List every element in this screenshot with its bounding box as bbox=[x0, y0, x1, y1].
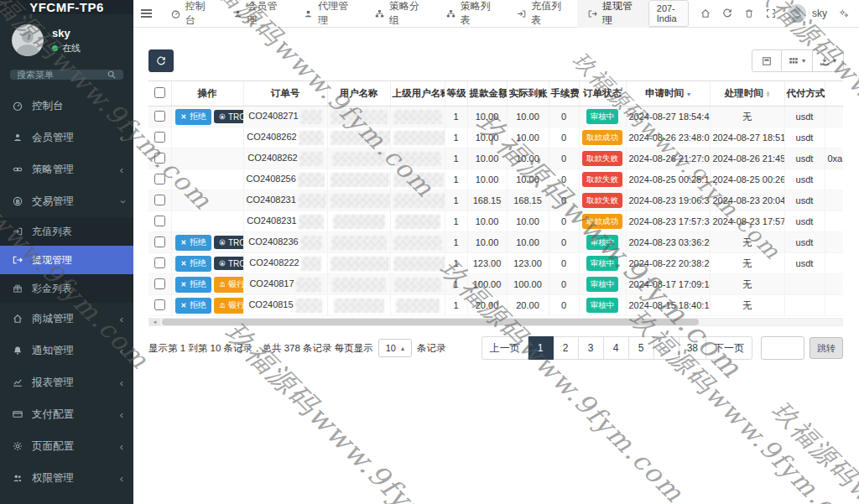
pay-method-cell: usdt bbox=[784, 148, 825, 169]
region-badge[interactable]: 207-India bbox=[648, 0, 689, 27]
table-row: 拒绝BTRC-20CO2408271110.0010.000审核中2024-08… bbox=[148, 107, 843, 127]
sidebar-item-策略管理[interactable]: 策略管理‹ bbox=[0, 153, 133, 185]
navbar-tab-label: 策略列表 bbox=[461, 0, 496, 28]
reject-button[interactable]: 拒绝 bbox=[175, 277, 211, 293]
column-header-处理时间[interactable]: 处理时间▴▾ bbox=[710, 81, 784, 107]
redacted-parent-username bbox=[393, 236, 442, 250]
page-button-1[interactable]: 1 bbox=[528, 336, 554, 360]
brand-logo[interactable]: YFCMF-TP6 bbox=[0, 0, 133, 14]
chevron-down-icon: ‹ bbox=[116, 200, 127, 203]
sidebar-item-彩金列表[interactable]: 彩金列表 bbox=[0, 274, 133, 303]
navbar-tab-代理管理[interactable]: 代理管理 bbox=[293, 0, 364, 28]
scroll-left-arrow[interactable]: ◂ bbox=[149, 319, 160, 325]
columns-dropdown-button[interactable]: ▾ bbox=[782, 49, 813, 72]
sidebar-item-系统管理[interactable]: 系统管理‹ bbox=[0, 494, 133, 504]
refresh-icon[interactable] bbox=[722, 8, 732, 18]
per-page-dropdown[interactable]: 10▴ bbox=[378, 339, 412, 357]
trash-icon[interactable] bbox=[744, 8, 754, 18]
scrollbar-thumb[interactable] bbox=[162, 319, 699, 325]
sidebar-item-label: 策略管理 bbox=[32, 163, 74, 177]
sidebar-item-控制台[interactable]: 控制台 bbox=[0, 90, 133, 122]
navbar-tab-会员管理[interactable]: 会员管理 bbox=[222, 0, 294, 28]
settings-cogs-icon[interactable] bbox=[839, 8, 849, 18]
withdraw-amount-cell: 123.00 bbox=[467, 253, 507, 274]
row-actions-cell bbox=[171, 148, 243, 169]
row-checkbox[interactable] bbox=[154, 257, 165, 268]
redacted-order-tail bbox=[300, 236, 322, 250]
column-header-申请时间[interactable]: 申请时间▾ bbox=[626, 81, 710, 107]
table-row: 拒绝银行CO240815120.0020.000审核中2024-08-15 18… bbox=[148, 295, 843, 316]
jump-button[interactable]: 跳转 bbox=[810, 337, 843, 359]
order-number: CO2408262 bbox=[247, 132, 296, 142]
pagination-info: 显示第 1 到第 10 条记录，总共 378 条记录 每页显示 10▴ 条记录 bbox=[148, 339, 446, 357]
reject-button[interactable]: 拒绝 bbox=[175, 256, 211, 272]
jump-page-input[interactable] bbox=[761, 336, 804, 360]
navbar-tab-策略分组[interactable]: 策略分组 bbox=[364, 0, 435, 28]
card-view-toggle-button[interactable] bbox=[752, 49, 782, 72]
sidebar-item-权限管理[interactable]: 权限管理‹ bbox=[0, 462, 133, 494]
actual-amount-cell: 10.00 bbox=[507, 107, 549, 127]
sidebar-item-提现管理[interactable]: 提现管理 bbox=[0, 246, 133, 274]
export-dropdown-button[interactable]: ▾ bbox=[813, 49, 844, 72]
prev-page-button[interactable]: 上一页 bbox=[482, 336, 528, 360]
row-checkbox[interactable] bbox=[154, 299, 165, 310]
trc-button[interactable]: BTRC-20 bbox=[214, 236, 243, 249]
select-all-checkbox[interactable] bbox=[154, 87, 165, 98]
withdraw-amount-cell: 20.00 bbox=[467, 295, 507, 316]
reject-button[interactable]: 拒绝 bbox=[175, 109, 211, 125]
navbar-tab-充值列表[interactable]: 充值列表 bbox=[506, 0, 577, 28]
order-number: CO2408231 bbox=[247, 216, 296, 226]
row-checkbox[interactable] bbox=[154, 153, 165, 164]
sidebar-item-商城管理[interactable]: 商城管理‹ bbox=[0, 303, 133, 335]
apply-time-cell: 2024-08-26 21:27:00 bbox=[626, 148, 710, 169]
row-checkbox[interactable] bbox=[154, 236, 165, 247]
page-button-2[interactable]: 2 bbox=[554, 336, 579, 360]
navbar-tab-策略列表[interactable]: 策略列表 bbox=[435, 0, 507, 28]
sidebar-item-会员管理[interactable]: 会员管理‹ bbox=[0, 122, 133, 153]
hamburger-menu-icon[interactable] bbox=[133, 0, 160, 28]
trc-button[interactable]: BTRC-20 bbox=[214, 110, 243, 123]
status-badge: 取款失败 bbox=[582, 172, 622, 187]
row-checkbox[interactable] bbox=[154, 195, 165, 205]
navbar-tab-提现管理[interactable]: 提现管理 bbox=[577, 0, 648, 28]
reject-button[interactable]: 拒绝 bbox=[175, 298, 211, 314]
redacted-order-tail bbox=[299, 215, 324, 229]
sidebar-item-充值列表[interactable]: 充值列表 bbox=[0, 217, 133, 246]
bitcoin-icon: B bbox=[13, 196, 24, 206]
row-checkbox[interactable] bbox=[154, 278, 165, 289]
order-number-cell: CO2408231 bbox=[243, 190, 327, 211]
sidebar-item-label: 通知管理 bbox=[32, 344, 74, 358]
page-button-4[interactable]: 4 bbox=[604, 336, 629, 360]
status-badge: 审核中 bbox=[586, 277, 619, 292]
sidebar-item-报表管理[interactable]: 报表管理‹ bbox=[0, 366, 133, 398]
fullscreen-icon[interactable] bbox=[766, 8, 776, 18]
pay-method-cell bbox=[784, 274, 825, 295]
sidebar-search-input[interactable] bbox=[17, 70, 107, 80]
next-page-button[interactable]: 下一页 bbox=[706, 336, 752, 360]
page-button-3[interactable]: 3 bbox=[579, 336, 604, 360]
redacted-parent-username bbox=[396, 299, 440, 313]
reject-button[interactable]: 拒绝 bbox=[175, 235, 211, 251]
redacted-order-tail bbox=[300, 110, 322, 124]
sidebar-item-页面配置[interactable]: 页面配置‹ bbox=[0, 430, 133, 462]
row-checkbox[interactable] bbox=[154, 216, 165, 226]
pay-method-cell: usdt bbox=[784, 127, 825, 148]
refresh-table-button[interactable] bbox=[148, 49, 174, 72]
bank-button[interactable]: 银行 bbox=[214, 298, 243, 314]
sidebar-item-通知管理[interactable]: 通知管理‹ bbox=[0, 335, 133, 366]
row-checkbox[interactable] bbox=[154, 174, 165, 184]
page-button-5[interactable]: 5 bbox=[629, 336, 654, 360]
user-menu[interactable]: sky bbox=[788, 4, 827, 23]
chart-icon bbox=[13, 377, 24, 387]
navbar-tab-控制台[interactable]: 控制台 bbox=[160, 0, 222, 28]
bank-button[interactable]: 银行 bbox=[214, 277, 243, 293]
row-checkbox[interactable] bbox=[154, 132, 165, 143]
trc-button[interactable]: BTRC-20 bbox=[214, 257, 243, 270]
home-icon[interactable] bbox=[700, 8, 711, 18]
sidebar-item-支付配置[interactable]: 支付配置‹ bbox=[0, 398, 133, 430]
sidebar-item-交易管理[interactable]: B交易管理‹ bbox=[0, 185, 133, 217]
order-number-cell: CO2408236 bbox=[243, 232, 327, 253]
page-button-38[interactable]: 38 bbox=[679, 336, 706, 360]
username-cell bbox=[327, 211, 390, 232]
row-checkbox[interactable] bbox=[154, 111, 165, 122]
